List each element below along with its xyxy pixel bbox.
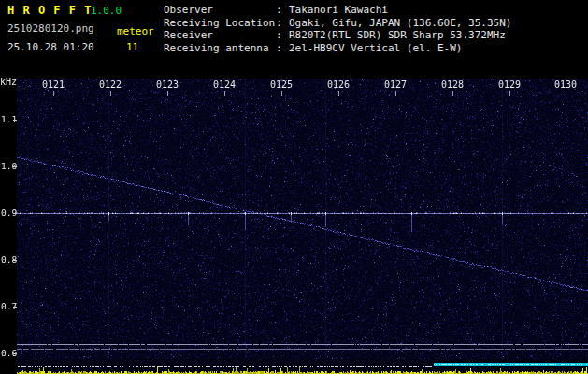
info-label: Receiving Location <box>164 17 276 30</box>
x-tick <box>281 91 282 96</box>
x-tick-label: 0124 <box>213 79 236 90</box>
y-tick <box>13 166 17 167</box>
x-tick <box>566 91 566 96</box>
info-label: Receiver <box>164 29 276 42</box>
info-colon <box>276 29 289 42</box>
info-value: Takanori Kawachi <box>289 4 388 17</box>
info-row-receiver: ReceiverR820T2(RTL-SDR) SDR-Sharp 53.372… <box>164 29 511 42</box>
x-tick <box>167 91 168 96</box>
x-tick-label: 0126 <box>327 79 350 90</box>
x-tick-label: 0121 <box>42 79 65 90</box>
app-version: 1.0.0 <box>91 5 122 17</box>
info-colon <box>276 42 289 55</box>
info-value: 2el-HB9CV Vertical (el. E-W) <box>289 42 462 55</box>
x-tick-label: 0129 <box>498 79 521 90</box>
app-title: H R O F F T <box>7 4 92 17</box>
mode-label: meteor <box>117 25 154 37</box>
x-tick <box>509 91 510 96</box>
x-tick-label: 0128 <box>441 79 464 90</box>
observation-info: ObserverTakanori Kawachi Receiving Locat… <box>164 4 511 54</box>
info-label: Receiving antenna <box>164 42 276 55</box>
y-tick <box>13 260 17 261</box>
x-tick <box>110 91 111 96</box>
hrofft-window: H R O F F T 1.0.0 2510280120.png meteor … <box>0 0 588 374</box>
x-tick-label: 0125 <box>270 79 293 90</box>
y-tick <box>13 120 17 121</box>
x-tick-label: 0130 <box>554 79 577 90</box>
x-tick-label: 0127 <box>384 79 407 90</box>
info-row-antenna: Receiving antenna2el-HB9CV Vertical (el.… <box>164 42 511 55</box>
output-filename: 2510280120.png <box>7 22 94 35</box>
y-tick <box>13 353 17 354</box>
info-row-observer: ObserverTakanori Kawachi <box>164 4 511 17</box>
info-row-location: Receiving LocationOgaki, Gifu, JAPAN (13… <box>164 17 511 30</box>
x-tick <box>53 91 54 96</box>
info-colon <box>276 17 289 30</box>
x-tick <box>224 91 225 96</box>
timestamp: 25.10.28 01:20 <box>7 41 94 53</box>
info-value: Ogaki, Gifu, JAPAN (136.60E, 35.35N) <box>289 17 511 30</box>
y-tick <box>13 213 17 214</box>
info-value: R820T2(RTL-SDR) SDR-Sharp 53.372MHz <box>289 29 506 42</box>
x-tick <box>395 91 396 96</box>
x-tick-label: 0122 <box>99 79 122 90</box>
echo-count: 11 <box>126 41 138 53</box>
info-colon <box>276 4 289 17</box>
spectrogram-canvas <box>17 79 588 374</box>
info-label: Observer <box>164 4 276 17</box>
x-tick <box>452 91 453 96</box>
x-tick <box>338 91 339 96</box>
y-tick <box>13 307 17 308</box>
y-axis-unit: kHz <box>0 77 17 87</box>
x-tick-label: 0123 <box>156 79 179 90</box>
